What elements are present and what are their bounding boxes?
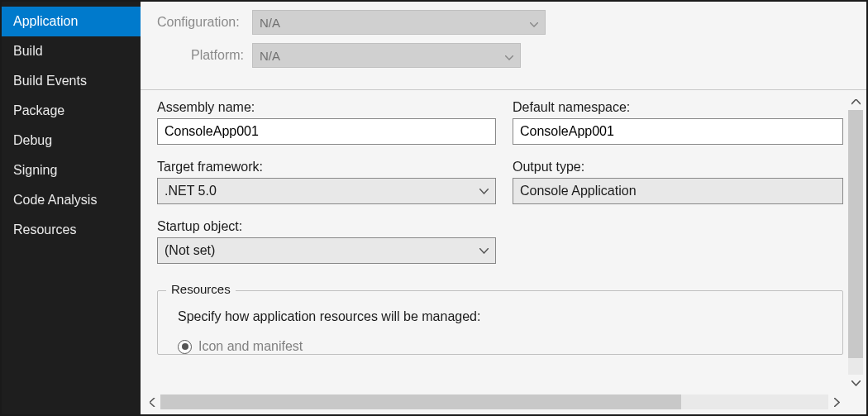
- target-framework-value: .NET 5.0: [165, 184, 217, 198]
- platform-select: N/A: [252, 43, 521, 68]
- form-scroll: Assembly name: Default namespace: Target…: [141, 90, 845, 391]
- vertical-scroll-track[interactable]: [848, 110, 863, 375]
- radio-icon: [178, 340, 192, 354]
- resources-group-title: Resources: [166, 282, 236, 296]
- horizontal-scroll-track[interactable]: [160, 394, 828, 409]
- default-namespace-label: Default namespace:: [513, 100, 843, 115]
- configuration-select: N/A: [252, 10, 546, 35]
- sidebar-item-code-analysis[interactable]: Code Analysis: [2, 185, 141, 215]
- configuration-value: N/A: [260, 16, 280, 30]
- vertical-scroll-thumb[interactable]: [848, 110, 863, 358]
- sidebar-item-debug[interactable]: Debug: [2, 126, 141, 155]
- output-type-value: Console Application: [520, 184, 637, 198]
- sidebar-item-build-events[interactable]: Build Events: [2, 66, 141, 96]
- startup-object-select[interactable]: (Not set): [157, 237, 496, 264]
- scroll-right-icon[interactable]: [828, 394, 845, 410]
- sidebar-item-resources[interactable]: Resources: [2, 215, 141, 245]
- sidebar-item-signing[interactable]: Signing: [2, 155, 141, 185]
- scroll-up-icon[interactable]: [847, 93, 864, 110]
- vertical-scrollbar[interactable]: [847, 93, 865, 391]
- chevron-down-icon: [505, 49, 513, 63]
- assembly-name-input[interactable]: [157, 118, 496, 145]
- startup-object-label: Startup object:: [157, 219, 496, 234]
- resources-group-description: Specify how application resources will b…: [178, 309, 829, 324]
- sidebar-item-application[interactable]: Application: [2, 7, 141, 36]
- sidebar-item-build[interactable]: Build: [2, 36, 141, 66]
- configuration-label: Configuration:: [157, 15, 252, 30]
- resources-group: Resources Specify how application resour…: [157, 290, 843, 355]
- sidebar-item-package[interactable]: Package: [2, 96, 141, 126]
- target-framework-select[interactable]: .NET 5.0: [157, 178, 496, 204]
- config-header: Configuration: N/A Platform: N/A: [141, 2, 866, 90]
- icon-and-manifest-label: Icon and manifest: [198, 339, 303, 354]
- main-panel: Configuration: N/A Platform: N/A: [141, 2, 866, 414]
- scroll-down-icon[interactable]: [847, 375, 864, 391]
- chevron-down-icon: [479, 248, 489, 254]
- default-namespace-input[interactable]: [513, 118, 843, 145]
- output-type-label: Output type:: [513, 160, 843, 175]
- sidebar: Application Build Build Events Package D…: [2, 2, 141, 414]
- output-type-select[interactable]: Console Application: [513, 178, 843, 204]
- platform-label: Platform:: [157, 48, 252, 63]
- assembly-name-label: Assembly name:: [157, 100, 496, 115]
- form-body: Assembly name: Default namespace: Target…: [141, 90, 866, 414]
- chevron-down-icon: [479, 189, 489, 194]
- icon-and-manifest-radio[interactable]: Icon and manifest: [178, 339, 829, 354]
- horizontal-scroll-thumb[interactable]: [160, 394, 681, 409]
- chevron-down-icon: [530, 16, 538, 30]
- horizontal-scrollbar[interactable]: [144, 393, 845, 411]
- scroll-left-icon[interactable]: [144, 394, 160, 410]
- target-framework-label: Target framework:: [157, 160, 496, 175]
- startup-object-value: (Not set): [165, 243, 215, 258]
- platform-value: N/A: [260, 49, 280, 63]
- project-properties-window: Application Build Build Events Package D…: [2, 2, 866, 414]
